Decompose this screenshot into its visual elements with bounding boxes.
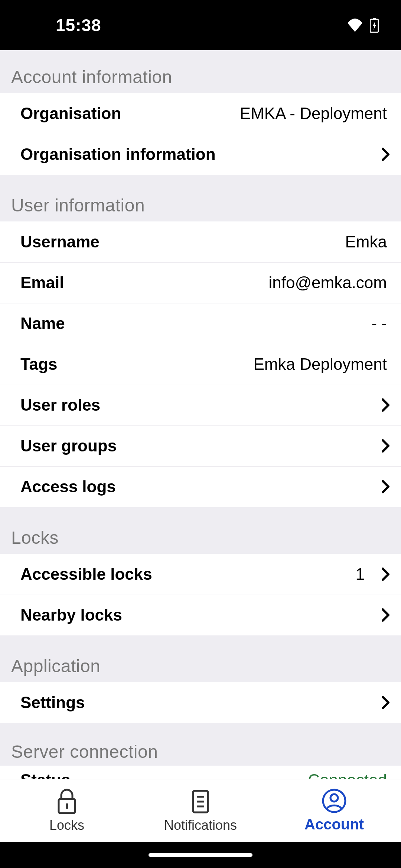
username-value: Emka [345,233,390,251]
tab-account[interactable]: Account [267,779,401,842]
status-bar: 15:38 [0,0,401,50]
chevron-right-icon [375,439,390,453]
tags-value: Emka Deployment [254,355,390,374]
tab-bar: Locks Notifications [0,779,401,842]
person-circle-icon [322,789,346,813]
row-username: Username Emka [0,221,401,262]
svg-point-9 [330,794,338,802]
status-label: Status [20,771,70,779]
name-label: Name [20,314,65,333]
section-header-application: Application [0,635,401,682]
status-icons [347,18,379,33]
chevron-right-icon [375,608,390,622]
tab-locks-label: Locks [49,818,84,833]
tab-account-label: Account [304,816,364,833]
accessible-locks-label: Accessible locks [20,565,152,583]
access-logs-label: Access logs [20,477,116,496]
tab-notifications-label: Notifications [164,818,237,833]
tags-label: Tags [20,355,57,374]
row-organisation-information[interactable]: Organisation information [0,134,401,175]
tab-locks[interactable]: Locks [0,779,134,842]
list-icon [189,789,212,815]
row-tags: Tags Emka Deployment [0,344,401,385]
status-value: Connected [308,771,390,779]
section-header-server: Server connection [0,723,401,766]
svg-rect-3 [66,803,68,809]
row-user-roles[interactable]: User roles [0,385,401,425]
chevron-right-icon [375,480,390,493]
username-label: Username [20,233,100,251]
user-roles-label: User roles [20,396,100,414]
chevron-right-icon [375,148,390,161]
row-status: Status Connected [0,766,401,779]
chevron-right-icon [375,568,390,581]
nearby-locks-label: Nearby locks [20,606,122,624]
row-settings[interactable]: Settings [0,682,401,723]
organisation-information-label: Organisation information [20,145,216,164]
accessible-locks-value: 1 [356,565,368,583]
row-nearby-locks[interactable]: Nearby locks [0,595,401,635]
organisation-value: EMKA - Deployment [240,104,390,123]
name-value: - - [371,314,390,333]
chevron-right-icon [375,696,390,709]
home-bar [0,842,401,868]
chevron-right-icon [375,398,390,412]
row-user-groups[interactable]: User groups [0,425,401,466]
tab-notifications[interactable]: Notifications [134,779,267,842]
section-header-account-info: Account information [0,50,401,93]
user-groups-label: User groups [20,437,117,455]
row-name: Name - - [0,303,401,344]
organisation-label: Organisation [20,104,121,123]
section-header-user-info: User information [0,175,401,221]
status-time: 15:38 [56,15,101,35]
lock-icon [56,789,78,815]
email-value: info@emka.com [268,273,390,292]
home-indicator[interactable] [149,853,252,857]
row-email: Email info@emka.com [0,262,401,303]
email-label: Email [20,273,64,292]
battery-charging-icon [370,18,379,33]
row-organisation: Organisation EMKA - Deployment [0,93,401,134]
section-header-locks: Locks [0,507,401,554]
settings-label: Settings [20,693,85,712]
row-access-logs[interactable]: Access logs [0,466,401,507]
wifi-icon [347,19,363,32]
row-accessible-locks[interactable]: Accessible locks 1 [0,554,401,595]
